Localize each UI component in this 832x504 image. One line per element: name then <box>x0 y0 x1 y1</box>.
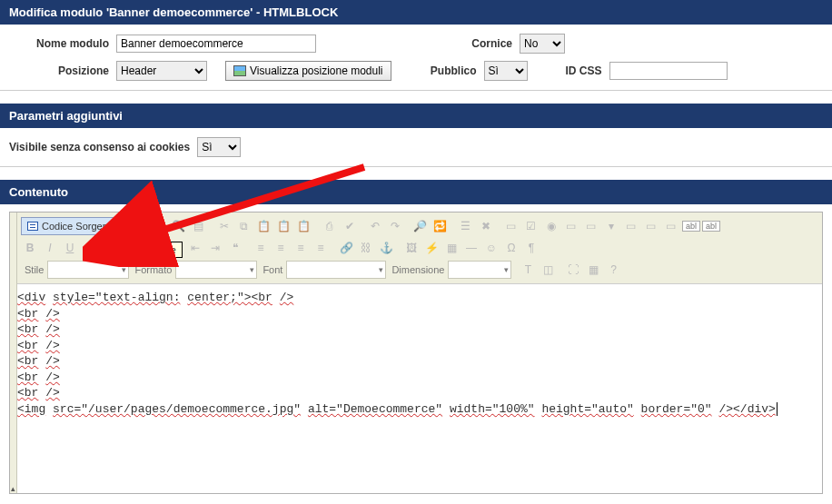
dimensione-label: Dimensione <box>391 264 444 275</box>
toolbar-collapse-handle[interactable]: ▴ <box>10 212 17 493</box>
pubblico-label: Pubblico <box>422 64 477 77</box>
form-icon[interactable]: ▭ <box>502 217 520 235</box>
preview-icon[interactable]: 🔍 <box>170 217 188 235</box>
contenuto-header: Contenuto <box>0 180 832 204</box>
align-left-icon[interactable]: ≡ <box>252 239 270 257</box>
outdent-icon[interactable]: ⇤ <box>186 239 204 257</box>
templates-icon[interactable]: ▤ <box>190 217 208 235</box>
copy-icon[interactable]: ⧉ <box>235 217 253 235</box>
about-icon[interactable]: ? <box>604 261 622 279</box>
visualizza-posizione-button[interactable]: Visualizza posizione moduli <box>225 61 391 81</box>
maximize-icon[interactable]: ⛶ <box>564 261 582 279</box>
font-label: Font <box>262 264 282 275</box>
paste-word-icon[interactable]: 📋 <box>295 217 313 235</box>
button-icon[interactable]: ▭ <box>622 217 640 235</box>
removeformat-icon[interactable]: ✖ <box>477 217 495 235</box>
save-icon[interactable]: 💾 <box>130 217 148 235</box>
unlink-icon[interactable]: ⛓ <box>357 239 375 257</box>
flash-icon[interactable]: ⚡ <box>422 239 441 257</box>
textfield-icon[interactable]: ▭ <box>562 217 580 235</box>
hr-icon[interactable]: — <box>462 239 480 257</box>
image-icon <box>233 65 246 76</box>
fck-toolbar: Codice Sorgente 💾 ▢ 🔍 ▤ ✂ ⧉ 📋 📋 📋 ⎙ ✔ ↶ … <box>17 212 822 284</box>
align-right-icon[interactable]: ≡ <box>292 239 310 257</box>
paste-icon[interactable]: 📋 <box>255 217 273 235</box>
dimensione-combo[interactable] <box>448 261 511 279</box>
id-css-label: ID CSS <box>566 64 602 77</box>
source-icon <box>27 222 38 231</box>
abl-box-2[interactable]: abl <box>702 221 720 232</box>
select-icon[interactable]: ▾ <box>602 217 620 235</box>
pubblico-select[interactable]: Sì <box>484 61 528 81</box>
id-css-input[interactable] <box>609 62 728 80</box>
link-icon[interactable]: 🔗 <box>337 239 355 257</box>
paste-text-icon[interactable]: 📋 <box>275 217 293 235</box>
source-code-editor[interactable]: <div style="text-align: center;"><br /> … <box>10 284 822 493</box>
visibile-cookies-label: Visibile senza consenso ai cookies <box>9 141 190 153</box>
bold-icon[interactable]: B <box>21 239 39 257</box>
module-form: Nome modulo Cornice No Posizione Header … <box>0 25 832 91</box>
find-icon[interactable]: 🔎 <box>411 217 430 235</box>
source-code-tooltip: Codice Sorgente <box>95 242 183 258</box>
visibile-cookies-select[interactable]: Sì <box>197 137 241 157</box>
window-title: Modifica modulo 'Banner demoecommerce' -… <box>0 0 832 25</box>
source-code-label: Codice Sorgente <box>42 221 116 232</box>
specialchar-icon[interactable]: Ω <box>502 239 520 257</box>
blockquote-icon[interactable]: ❝ <box>226 239 244 257</box>
newpage-icon[interactable]: ▢ <box>150 217 168 235</box>
imagebutton-icon[interactable]: ▭ <box>642 217 660 235</box>
table-icon[interactable]: ▦ <box>442 239 461 257</box>
smiley-icon[interactable]: ☺ <box>482 239 500 257</box>
posizione-select[interactable]: Header <box>116 61 207 81</box>
hidden-icon[interactable]: ▭ <box>662 217 680 235</box>
bgcolor-icon[interactable]: ◫ <box>539 261 557 279</box>
radio-icon[interactable]: ◉ <box>542 217 560 235</box>
redo-icon[interactable]: ↷ <box>386 217 404 235</box>
formato-combo[interactable] <box>175 261 257 279</box>
formato-label: Formato <box>134 264 172 275</box>
selectall-icon[interactable]: ☰ <box>457 217 475 235</box>
abl-box-1[interactable]: abl <box>682 221 700 232</box>
source-code-button[interactable]: Codice Sorgente <box>21 217 123 235</box>
fck-editor: ▴ Codice Sorgente 💾 ▢ 🔍 ▤ ✂ ⧉ 📋 📋 📋 ⎙ ✔ … <box>9 212 823 494</box>
font-combo[interactable] <box>286 261 386 279</box>
underline-icon[interactable]: U <box>61 239 79 257</box>
nome-modulo-label: Nome modulo <box>9 37 109 50</box>
stile-label: Stile <box>25 264 44 275</box>
cornice-label: Cornice <box>458 37 512 50</box>
stile-combo[interactable] <box>47 261 129 279</box>
align-justify-icon[interactable]: ≡ <box>312 239 330 257</box>
visualizza-posizione-label: Visualizza posizione moduli <box>250 64 383 77</box>
textarea-icon[interactable]: ▭ <box>582 217 600 235</box>
textcolor-icon[interactable]: T <box>519 261 537 279</box>
cornice-select[interactable]: No <box>520 34 565 54</box>
undo-icon[interactable]: ↶ <box>366 217 384 235</box>
replace-icon[interactable]: 🔁 <box>431 217 450 235</box>
parametri-header: Parametri aggiuntivi <box>0 104 832 128</box>
italic-icon[interactable]: I <box>41 239 59 257</box>
spellcheck-icon[interactable]: ✔ <box>341 217 359 235</box>
pagebreak-icon[interactable]: ¶ <box>522 239 540 257</box>
anchor-icon[interactable]: ⚓ <box>377 239 395 257</box>
showblocks-icon[interactable]: ▦ <box>584 261 602 279</box>
cut-icon[interactable]: ✂ <box>215 217 233 235</box>
image-tool-icon[interactable]: 🖼 <box>402 239 421 257</box>
checkbox-icon[interactable]: ☑ <box>522 217 540 235</box>
indent-icon[interactable]: ⇥ <box>206 239 224 257</box>
nome-modulo-input[interactable] <box>116 35 316 53</box>
align-center-icon[interactable]: ≡ <box>272 239 290 257</box>
posizione-label: Posizione <box>9 64 109 77</box>
print-icon[interactable]: ⎙ <box>321 217 339 235</box>
